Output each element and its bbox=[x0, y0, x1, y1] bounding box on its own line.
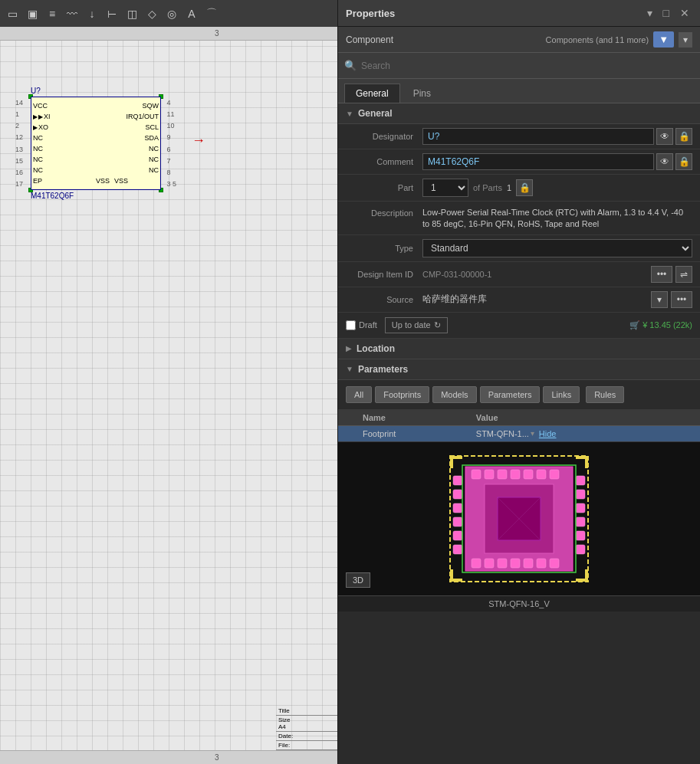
source-dropdown-btn[interactable]: ▾ bbox=[651, 291, 668, 308]
param-btn-rules[interactable]: Rules bbox=[586, 386, 624, 403]
component-ref-top: U? bbox=[31, 87, 161, 95]
svg-rect-13 bbox=[472, 559, 481, 568]
svg-rect-14 bbox=[485, 559, 494, 568]
schematic-ruler-bottom: 3 bbox=[0, 750, 337, 764]
location-section-header[interactable]: ▶ Location bbox=[338, 339, 700, 359]
svg-rect-31 bbox=[576, 545, 585, 554]
filter-button[interactable]: ▼ bbox=[653, 31, 674, 48]
toolbar-btn-down[interactable]: ↓ bbox=[83, 5, 101, 23]
panel-maximize-btn[interactable]: □ bbox=[660, 5, 672, 21]
comment-eye-btn[interactable]: 👁 bbox=[656, 153, 673, 170]
part-label: Part bbox=[346, 183, 422, 192]
comment-label: Comment bbox=[346, 157, 422, 166]
design-item-id-label: Design Item ID bbox=[346, 270, 422, 279]
comment-lock-btn[interactable]: 🔒 bbox=[675, 153, 692, 170]
draft-checkbox[interactable] bbox=[346, 320, 356, 330]
panel-close-btn[interactable]: ✕ bbox=[677, 5, 692, 21]
refresh-icon: ↻ bbox=[434, 320, 441, 330]
toolbar-btn-square[interactable]: ◫ bbox=[123, 5, 141, 23]
param-btn-parameters[interactable]: Parameters bbox=[480, 386, 541, 403]
ruler-mark-3: 3 bbox=[215, 29, 219, 38]
fp-name: STM-QFN-16_V bbox=[338, 595, 700, 612]
designator-input[interactable] bbox=[422, 128, 654, 145]
component-count: Components (and 11 more) bbox=[546, 35, 649, 44]
design-id-swap-btn[interactable]: ⇌ bbox=[675, 266, 692, 283]
draft-checkbox-label[interactable]: Draft bbox=[346, 320, 377, 330]
source-more-btn[interactable]: ••• bbox=[671, 291, 692, 308]
svg-rect-23 bbox=[453, 517, 462, 526]
params-table: Name Value Footprint STM-QFN-1... ▾ H bbox=[338, 410, 700, 442]
dropdown-arrow-btn[interactable]: ▾ bbox=[679, 32, 692, 48]
toolbar-btn-arc[interactable]: ⌒ bbox=[202, 5, 221, 23]
type-row: Type Standard bbox=[338, 235, 700, 262]
parameters-section-header[interactable]: ▼ Parameters bbox=[338, 359, 700, 380]
panel-title: Properties bbox=[346, 8, 395, 19]
pin-row-ep: EP VSSVSS bbox=[31, 175, 160, 186]
general-section-header[interactable]: ▼ General bbox=[338, 103, 700, 124]
tab-pins[interactable]: Pins bbox=[402, 84, 442, 103]
footprint-preview: 3D STM-QFN-16_V bbox=[338, 442, 700, 612]
source-label: Source bbox=[346, 295, 422, 304]
uptodate-label: Up to date bbox=[392, 320, 431, 330]
fp-3d-btn[interactable]: 3D bbox=[346, 572, 370, 588]
panel-collapse-btn[interactable]: ▾ bbox=[644, 5, 656, 21]
of-parts-num: 1 bbox=[507, 183, 511, 192]
panel-header-controls: ▾ □ ✕ bbox=[644, 5, 692, 21]
type-select[interactable]: Standard bbox=[422, 239, 692, 257]
toolbar-btn-bars[interactable]: ≡ bbox=[43, 5, 61, 23]
svg-rect-16 bbox=[511, 559, 520, 568]
source-row: Source 哈萨维的器件库 ▾ ••• bbox=[338, 287, 700, 313]
part-row: Part 1 of Parts 1 🔒 bbox=[338, 175, 700, 202]
svg-rect-7 bbox=[485, 470, 494, 479]
schematic-content: U? 14 1 2 12 13 15 16 17 bbox=[0, 41, 337, 703]
component-symbol[interactable]: U? 14 1 2 12 13 15 16 17 bbox=[31, 87, 161, 200]
svg-rect-27 bbox=[576, 490, 585, 499]
pin-row-nc2: NC NC bbox=[31, 143, 160, 154]
comment-input[interactable] bbox=[422, 153, 654, 170]
design-id-more-btn[interactable]: ••• bbox=[651, 266, 672, 283]
type-input-group: Standard bbox=[422, 239, 692, 257]
param-btn-all[interactable]: All bbox=[346, 386, 372, 403]
param-btn-footprints[interactable]: Footprints bbox=[375, 386, 429, 403]
toolbar-btn-wave[interactable]: 〰 bbox=[63, 5, 81, 23]
toolbar-btn-file[interactable]: ▣ bbox=[23, 5, 41, 23]
tab-general[interactable]: General bbox=[344, 84, 400, 103]
size-row: Size A4 bbox=[276, 716, 337, 732]
toolbar-btn-measure[interactable]: ⊢ bbox=[103, 5, 121, 23]
table-row[interactable]: Footprint STM-QFN-1... ▾ Hide bbox=[338, 425, 700, 441]
designator-lock-btn[interactable]: 🔒 bbox=[675, 128, 692, 145]
component-bar-label: Component bbox=[346, 34, 393, 45]
panel-header: Properties ▾ □ ✕ bbox=[338, 0, 700, 27]
schematic-ruler-horizontal: 3 bbox=[0, 27, 337, 41]
search-bar[interactable]: 🔍 bbox=[338, 53, 700, 79]
svg-rect-24 bbox=[453, 531, 462, 540]
svg-rect-37 bbox=[450, 569, 453, 582]
toolbar-btn-text[interactable]: A bbox=[182, 5, 201, 23]
draft-label: Draft bbox=[359, 320, 377, 330]
designator-eye-btn[interactable]: 👁 bbox=[656, 128, 673, 145]
col-header-name: Name bbox=[357, 410, 470, 426]
hide-link[interactable]: Hide bbox=[539, 429, 557, 438]
svg-rect-20 bbox=[453, 476, 462, 485]
search-input[interactable] bbox=[361, 61, 694, 71]
section-arrow-general: ▼ bbox=[346, 110, 353, 118]
part-lock-btn[interactable]: 🔒 bbox=[516, 179, 533, 196]
svg-rect-25 bbox=[453, 545, 462, 554]
part-select[interactable]: 1 bbox=[422, 179, 468, 197]
param-btn-links[interactable]: Links bbox=[543, 386, 580, 403]
toolbar-btn-diamond[interactable]: ◇ bbox=[143, 5, 161, 23]
footprint-value-text: STM-QFN-1... bbox=[476, 429, 529, 438]
svg-rect-30 bbox=[576, 531, 585, 540]
panel-content: ▼ General Designator 👁 🔒 Comment 👁 🔒 Par… bbox=[338, 103, 700, 764]
title-row: Title bbox=[276, 707, 337, 716]
table-cell-name: Footprint bbox=[357, 425, 470, 441]
pin-row-vcc: VCC SQW bbox=[31, 100, 160, 111]
svg-rect-18 bbox=[537, 559, 546, 568]
toolbar-btn-rect[interactable]: ▭ bbox=[3, 5, 21, 23]
param-btn-models[interactable]: Models bbox=[432, 386, 476, 403]
svg-rect-17 bbox=[524, 559, 533, 568]
uptodate-btn[interactable]: Up to date ↻ bbox=[385, 317, 448, 333]
svg-rect-10 bbox=[524, 470, 533, 479]
toolbar-btn-circle[interactable]: ◎ bbox=[163, 5, 181, 23]
table-header-row: Name Value bbox=[338, 410, 700, 426]
